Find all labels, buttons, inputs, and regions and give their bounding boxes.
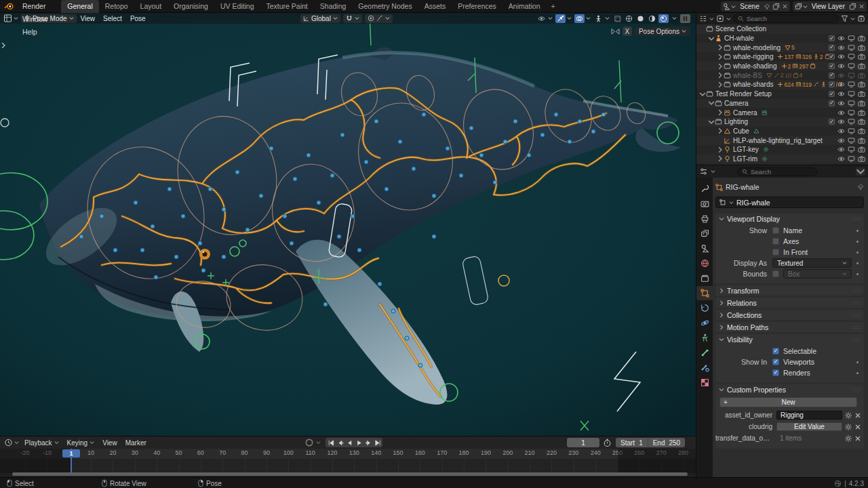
viewport-menu-select[interactable]: Select xyxy=(99,15,126,22)
panel-grip-icon[interactable]: :::: xyxy=(852,300,861,305)
bounds-checkbox[interactable] xyxy=(772,270,779,277)
chevron-down-icon[interactable] xyxy=(316,441,321,445)
show-axes-checkbox[interactable] xyxy=(772,238,779,245)
outliner-search-input[interactable]: Search xyxy=(733,14,839,23)
hide-viewport-icon[interactable] xyxy=(837,72,845,79)
disclosure-right-icon[interactable] xyxy=(717,146,724,153)
viewport-canvas[interactable] xyxy=(0,13,696,436)
object-name-field[interactable]: RIG-whale xyxy=(715,197,864,208)
panel-grip-icon[interactable]: :::: xyxy=(852,387,861,392)
hide-viewport-icon[interactable] xyxy=(837,109,845,117)
tab-texture-paint[interactable]: Texture Paint xyxy=(260,0,314,13)
outliner-row[interactable]: LGT-rim xyxy=(696,155,868,164)
hide-viewport-icon[interactable] xyxy=(837,155,845,163)
disclosure-right-icon[interactable] xyxy=(717,109,724,116)
close-icon[interactable] xyxy=(859,3,865,9)
edit-value-button[interactable]: Edit Value xyxy=(776,422,842,431)
chevron-down-icon[interactable] xyxy=(567,16,572,20)
panel-grip-icon[interactable]: :::: xyxy=(852,337,861,342)
current-frame-badge[interactable]: 1 xyxy=(62,449,80,458)
disable-render-icon[interactable] xyxy=(858,90,865,98)
disable-viewport-icon[interactable] xyxy=(848,62,855,70)
tab-layout[interactable]: Layout xyxy=(134,0,168,13)
chevron-down-icon[interactable] xyxy=(14,441,19,445)
exclude-checkbox[interactable]: ✓ xyxy=(829,35,835,41)
outliner-row[interactable]: whale-shards624319✓ xyxy=(696,80,868,89)
disable-render-icon[interactable] xyxy=(858,81,865,88)
disable-viewport-icon[interactable] xyxy=(848,127,855,135)
hide-viewport-icon[interactable] xyxy=(837,62,845,70)
tab-assets[interactable]: Assets xyxy=(418,0,452,13)
panel-grip-icon[interactable]: :::: xyxy=(852,288,861,293)
gear-icon[interactable] xyxy=(844,411,852,420)
timeline-editor-icon[interactable] xyxy=(4,439,13,447)
outliner-row[interactable]: Camera✓ xyxy=(696,99,868,108)
properties-tab-collection[interactable] xyxy=(696,271,713,285)
breadcrumb-object-name[interactable]: RIG-whale xyxy=(726,183,760,191)
outliner-row[interactable]: whale-BS24✓ xyxy=(696,70,868,80)
outliner-display-mode-icon[interactable] xyxy=(699,15,707,22)
animate-dot[interactable] xyxy=(856,251,859,253)
outliner-row[interactable]: whale-rigging1373262✓ xyxy=(696,52,868,62)
properties-options-chevron[interactable] xyxy=(856,167,865,176)
properties-tab-bone[interactable] xyxy=(696,346,713,360)
disable-viewport-icon[interactable] xyxy=(848,90,855,98)
disable-viewport-icon[interactable] xyxy=(848,100,855,107)
hide-viewport-icon[interactable] xyxy=(837,90,845,98)
orientation-dropdown[interactable]: Global xyxy=(300,14,340,23)
chevron-down-icon[interactable] xyxy=(726,17,731,21)
gear-icon[interactable] xyxy=(844,434,852,443)
properties-tab-tool[interactable] xyxy=(696,182,713,196)
animate-dot[interactable] xyxy=(856,262,859,264)
tab-animation[interactable]: Animation xyxy=(502,0,547,13)
properties-tab-physics[interactable] xyxy=(696,316,713,330)
disable-viewport-icon[interactable] xyxy=(848,72,855,79)
view-layer-selector[interactable]: View Layer xyxy=(793,1,867,12)
animate-dot[interactable] xyxy=(856,273,859,275)
outliner-row[interactable]: whale-shading2297✓ xyxy=(696,62,868,71)
tab-general[interactable]: General xyxy=(61,0,98,13)
disable-render-icon[interactable] xyxy=(858,109,865,117)
timeline-ruler[interactable]: -20-101020304050607080901001101201301401… xyxy=(0,449,696,459)
outliner-row[interactable]: Test Render Setup✓ xyxy=(696,89,868,99)
duplicate-icon[interactable] xyxy=(849,3,856,10)
tab-retopo[interactable]: Retopo xyxy=(99,0,134,13)
disable-render-icon[interactable] xyxy=(858,146,865,153)
viewport-menu-pose[interactable]: Pose xyxy=(126,15,150,22)
properties-tab-constraints[interactable] xyxy=(696,301,713,315)
properties-tab-texture[interactable] xyxy=(696,375,713,390)
xray-axis-toggle[interactable]: X xyxy=(623,26,632,36)
disclosure-down-icon[interactable] xyxy=(708,119,715,125)
current-frame-field[interactable]: 1 xyxy=(567,438,599,447)
animate-dot[interactable] xyxy=(856,230,859,232)
properties-tab-object[interactable] xyxy=(696,286,713,300)
chevron-down-icon[interactable] xyxy=(586,16,591,20)
disclosure-right-icon[interactable] xyxy=(717,81,724,88)
animate-dot[interactable] xyxy=(856,372,859,374)
shading-solid[interactable] xyxy=(635,14,646,23)
disable-viewport-icon[interactable] xyxy=(848,118,855,125)
chevron-down-icon[interactable] xyxy=(548,16,553,20)
collections-panel-header[interactable]: Collections:::: xyxy=(715,310,864,320)
transform-panel-header[interactable]: Transform:::: xyxy=(715,285,864,296)
outliner-row[interactable]: Cube xyxy=(696,127,868,136)
chevron-down-icon[interactable] xyxy=(711,169,715,174)
outliner-filter-icon[interactable] xyxy=(716,15,724,22)
custom-property-value-field[interactable]: Rigging xyxy=(776,411,842,420)
exclude-checkbox[interactable]: ✓ xyxy=(829,45,835,51)
properties-tab-viewlayer[interactable] xyxy=(696,226,713,241)
disable-render-icon[interactable] xyxy=(858,72,865,79)
outliner-row[interactable]: HLP-whale-lighting_rig_target xyxy=(696,136,868,145)
exclude-checkbox[interactable]: ✓ xyxy=(829,119,835,125)
properties-editor-icon[interactable] xyxy=(699,167,708,176)
hide-viewport-icon[interactable] xyxy=(837,137,845,144)
new-property-button[interactable]: +New xyxy=(719,397,857,407)
outliner-row[interactable]: Camera xyxy=(696,108,868,117)
menu-window[interactable]: Window xyxy=(17,13,53,26)
play-reverse-button[interactable] xyxy=(344,438,354,447)
hide-viewport-icon[interactable] xyxy=(837,118,845,125)
hide-viewport-icon[interactable] xyxy=(837,35,845,42)
disable-viewport-icon[interactable] xyxy=(848,155,855,163)
hide-viewport-icon[interactable] xyxy=(837,81,845,88)
play-button[interactable] xyxy=(354,438,363,447)
